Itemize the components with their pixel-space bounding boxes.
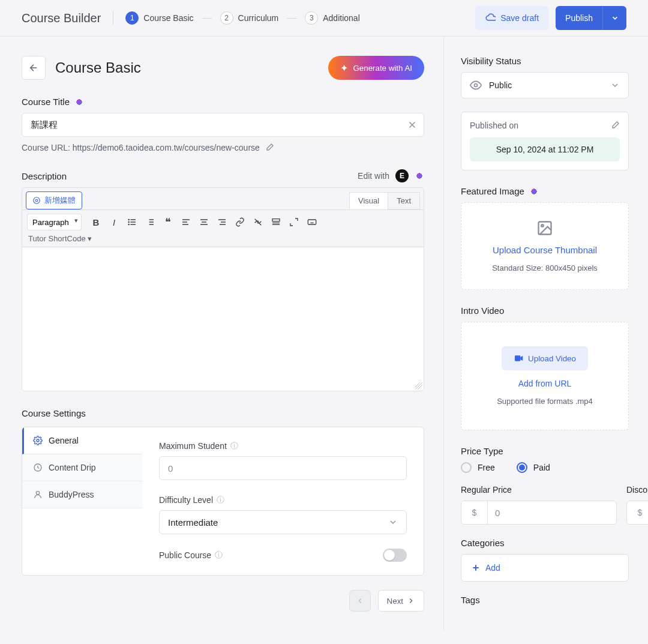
settings-tab-content-drip[interactable]: Content Drip — [22, 454, 142, 481]
list-ul-icon — [127, 217, 137, 227]
edit-published-date-button[interactable] — [610, 121, 620, 130]
sparkle-icon[interactable] — [415, 171, 424, 181]
editor-content-area[interactable] — [22, 247, 424, 391]
currency-prefix: $ — [461, 501, 488, 524]
align-right-button[interactable] — [214, 214, 230, 230]
step-divider — [202, 18, 212, 19]
app-brand: Course Builder — [22, 11, 101, 25]
quote-button[interactable]: ❝ — [160, 214, 176, 230]
align-center-button[interactable] — [196, 214, 212, 230]
featured-image-label: Featured Image — [461, 186, 629, 196]
shortcode-dropdown[interactable]: Tutor ShortCode ▾ — [27, 232, 419, 243]
svg-marker-40 — [520, 356, 523, 361]
generate-ai-button[interactable]: ✦ Generate with AI — [328, 56, 424, 80]
align-center-icon — [199, 217, 209, 227]
upload-thumbnail-link[interactable]: Upload Course Thumbnail — [493, 245, 597, 255]
max-student-input[interactable] — [159, 456, 407, 480]
bold-button[interactable]: B — [88, 214, 104, 230]
unlink-button[interactable] — [250, 214, 266, 230]
add-from-url-link[interactable]: Add from URL — [518, 379, 572, 388]
elementor-icon[interactable]: E — [395, 169, 409, 182]
link-button[interactable] — [232, 214, 248, 230]
discount-price-label: Discount Price — [626, 485, 648, 495]
visibility-select[interactable]: Public — [461, 72, 629, 98]
course-title-input[interactable] — [22, 113, 424, 137]
svg-point-35 — [36, 492, 39, 495]
published-on-date: Sep 10, 2024 at 11:02 PM — [470, 137, 620, 161]
fullscreen-button[interactable] — [286, 214, 302, 230]
settings-tab-buddypress[interactable]: BuddyPress — [22, 481, 142, 508]
eye-icon — [470, 79, 482, 91]
align-right-icon — [217, 217, 227, 227]
step-curriculum[interactable]: 2 Curriculum — [220, 11, 279, 25]
top-bar: Course Builder 1 Course Basic 2 Curricul… — [0, 0, 648, 37]
save-draft-button[interactable]: Save draft — [475, 6, 548, 30]
italic-button[interactable]: I — [106, 214, 122, 230]
users-icon — [33, 490, 43, 499]
edit-with-group: Edit with E — [358, 169, 424, 182]
video-hint: Supported file formats .mp4 — [497, 397, 593, 406]
info-icon[interactable]: ⓘ — [215, 550, 223, 561]
next-page-button[interactable]: Next — [378, 590, 424, 612]
upload-video-button[interactable]: Upload Video — [502, 346, 588, 370]
toolbar-toggle-button[interactable] — [304, 214, 320, 230]
number-list-button[interactable] — [142, 214, 158, 230]
featured-image-upload-area[interactable]: Upload Course Thumbnail Standard Size: 8… — [461, 202, 629, 290]
publish-button[interactable]: Publish — [556, 6, 602, 30]
text-tab[interactable]: Text — [388, 192, 420, 209]
readmore-button[interactable] — [268, 214, 284, 230]
step-divider — [287, 18, 296, 19]
svg-point-4 — [35, 199, 38, 202]
edit-url-button[interactable] — [265, 143, 274, 152]
back-button[interactable] — [22, 56, 46, 80]
add-category-button[interactable]: Add — [461, 554, 629, 582]
chevron-down-icon — [611, 14, 619, 22]
sparkle-icon[interactable] — [529, 187, 539, 196]
info-icon[interactable]: ⓘ — [217, 495, 224, 505]
settings-tab-general[interactable]: General — [22, 427, 142, 454]
step-additional[interactable]: 3 Additional — [305, 11, 360, 25]
course-settings-box: General Content Drip BuddyPress Maximum … — [22, 427, 424, 576]
gear-icon — [33, 436, 43, 445]
publish-button-group: Publish — [556, 6, 626, 30]
radio-unchecked-icon — [461, 462, 472, 473]
visibility-label: Visibility Status — [461, 56, 629, 66]
price-free-radio[interactable]: Free — [461, 462, 495, 473]
info-icon[interactable]: ⓘ — [230, 441, 238, 451]
format-select[interactable]: Paragraph — [27, 214, 82, 230]
chevron-down-icon — [388, 517, 398, 527]
link-icon — [235, 217, 245, 227]
thumbnail-hint: Standard Size: 800x450 pixels — [492, 263, 598, 272]
image-icon — [536, 220, 553, 236]
clear-title-button[interactable] — [405, 118, 419, 132]
svg-point-8 — [128, 219, 129, 220]
tags-label: Tags — [461, 595, 629, 605]
divider — [113, 11, 113, 25]
difficulty-select[interactable]: Intermediate — [159, 510, 407, 534]
chevron-down-icon — [610, 80, 620, 90]
align-left-icon — [181, 217, 191, 227]
currency-prefix: $ — [627, 501, 648, 524]
bullet-list-button[interactable] — [124, 214, 140, 230]
svg-point-33 — [37, 439, 39, 442]
chevron-right-icon — [407, 597, 415, 605]
align-left-button[interactable] — [178, 214, 194, 230]
course-title-label: Course Title — [22, 97, 424, 107]
course-settings-heading: Course Settings — [22, 408, 424, 418]
step-course-basic[interactable]: 1 Course Basic — [125, 11, 193, 25]
visual-tab[interactable]: Visual — [349, 192, 388, 209]
public-course-toggle[interactable] — [383, 549, 407, 562]
sparkle-icon[interactable] — [74, 97, 84, 107]
regular-price-input[interactable] — [488, 501, 616, 524]
resize-handle[interactable] — [415, 382, 422, 390]
add-media-button[interactable]: 新增媒體 — [26, 191, 82, 209]
cloud-icon — [485, 13, 496, 23]
stepper: 1 Course Basic 2 Curriculum 3 Additional — [125, 11, 359, 25]
readmore-icon — [271, 217, 281, 227]
intro-video-label: Intro Video — [461, 305, 629, 316]
description-label: Description — [22, 171, 358, 181]
prev-page-button[interactable] — [349, 590, 371, 612]
price-paid-radio[interactable]: Paid — [517, 462, 550, 473]
keyboard-icon — [307, 217, 317, 227]
publish-dropdown-button[interactable] — [602, 6, 626, 30]
